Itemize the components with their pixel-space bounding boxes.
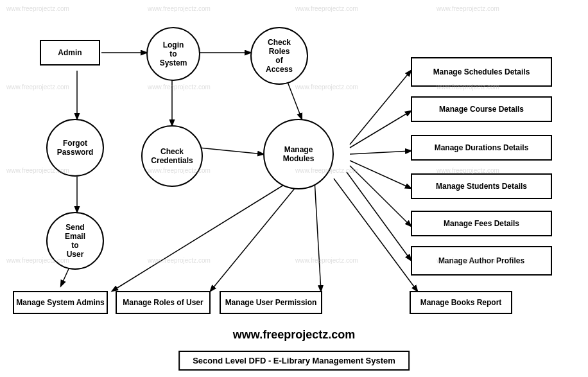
login-label: LogintoSystem	[160, 40, 187, 67]
check-roles-node: CheckRolesofAccess	[250, 27, 308, 85]
website-bar: www.freeprojectz.com	[0, 328, 588, 342]
website-text: www.freeprojectz.com	[233, 328, 355, 341]
manage-course-node: Manage Course Details	[411, 96, 552, 122]
check-credentials-node: CheckCredentials	[141, 125, 203, 187]
manage-author-node: Manage Author Profiles	[411, 246, 552, 276]
send-email-node: SendEmailtoUser	[46, 212, 104, 270]
manage-author-label: Manage Author Profiles	[438, 256, 524, 265]
svg-line-10	[315, 180, 321, 291]
manage-students-label: Manage Students Details	[436, 182, 527, 191]
svg-line-13	[350, 151, 411, 154]
manage-course-label: Manage Course Details	[439, 105, 524, 114]
manage-modules-node: ManageModules	[263, 119, 334, 189]
diagram-container: Admin LogintoSystem CheckRolesofAccess F…	[6, 6, 582, 371]
manage-students-node: Manage Students Details	[411, 173, 552, 199]
login-node: LogintoSystem	[146, 27, 200, 81]
svg-line-5	[199, 148, 263, 154]
manage-schedules-node: Manage Schedules Details	[411, 57, 552, 87]
manage-roles-user-node: Manage Roles of User	[116, 291, 211, 314]
manage-fees-label: Manage Fees Details	[444, 219, 519, 228]
manage-durations-node: Manage Durations Details	[411, 135, 552, 161]
title-box: Second Level DFD - E-Library Management …	[178, 351, 410, 371]
manage-books-report-node: Manage Books Report	[410, 291, 512, 314]
manage-schedules-label: Manage Schedules Details	[433, 67, 530, 76]
svg-line-15	[350, 166, 411, 226]
check-roles-label: CheckRolesofAccess	[266, 38, 293, 74]
svg-line-14	[350, 161, 411, 188]
manage-books-report-label: Manage Books Report	[420, 298, 502, 307]
check-credentials-label: CheckCredentials	[151, 147, 193, 165]
manage-user-permission-label: Manage User Permission	[225, 298, 317, 307]
manage-user-permission-node: Manage User Permission	[220, 291, 322, 314]
forgot-password-node: ForgotPassword	[46, 119, 104, 177]
svg-line-9	[211, 180, 302, 291]
manage-system-admins-node: Manage System Admins	[13, 291, 108, 314]
svg-line-12	[350, 111, 411, 148]
send-email-label: SendEmailtoUser	[65, 223, 85, 259]
manage-modules-label: ManageModules	[283, 145, 315, 163]
manage-system-admins-label: Manage System Admins	[16, 298, 105, 307]
svg-line-8	[112, 180, 292, 291]
svg-line-16	[347, 172, 411, 260]
title-text: Second Level DFD - E-Library Management …	[193, 356, 395, 365]
svg-line-11	[350, 71, 411, 145]
manage-fees-node: Manage Fees Details	[411, 211, 552, 236]
admin-node: Admin	[40, 40, 100, 66]
admin-label: Admin	[58, 48, 82, 57]
forgot-password-label: ForgotPassword	[57, 139, 94, 157]
manage-durations-label: Manage Durations Details	[435, 143, 529, 152]
svg-line-17	[334, 179, 417, 291]
manage-roles-user-label: Manage Roles of User	[123, 298, 203, 307]
